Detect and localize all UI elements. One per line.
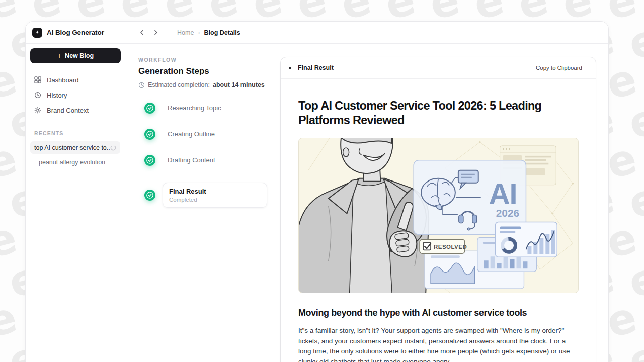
- workflow-eyebrow: WORKFLOW: [138, 57, 277, 63]
- header-divider: [169, 28, 169, 37]
- ai-illustration: AI 2026: [299, 138, 579, 293]
- estimate-value: about 14 minutes: [213, 81, 265, 88]
- section-heading: Moving beyond the hype with AI customer …: [298, 308, 579, 318]
- check-circle-icon: [144, 103, 155, 114]
- new-blog-label: New Blog: [65, 52, 94, 59]
- dashboard-icon: [34, 76, 41, 83]
- breadcrumb-current: Blog Details: [204, 29, 240, 36]
- step-researching-topic: Researching Topic: [138, 103, 277, 129]
- analytics-card: [496, 222, 557, 257]
- status-dot-icon: [289, 67, 291, 69]
- estimate-row: Estimated completion: about 14 minutes: [138, 81, 277, 88]
- step-final-result: Final Result Completed: [138, 183, 277, 208]
- clock-icon: [138, 82, 145, 88]
- nav-label: History: [47, 92, 67, 99]
- recents-heading: RECENTS: [34, 130, 125, 136]
- sidebar-nav: Dashboard History Brand Context: [26, 72, 125, 118]
- nav-label: Brand Context: [47, 107, 89, 114]
- app-window: AI Blog Generator + New Blog Dashboard: [25, 21, 609, 362]
- resolved-badge: RESOLVED: [420, 239, 467, 253]
- sidebar: AI Blog Generator + New Blog Dashboard: [26, 22, 125, 362]
- sidebar-item-dashboard[interactable]: Dashboard: [26, 72, 125, 87]
- sidebar-item-brand-context[interactable]: Brand Context: [26, 103, 125, 118]
- back-button[interactable]: [137, 28, 147, 37]
- estimate-label: Estimated completion:: [148, 81, 210, 88]
- result-panel-header: Final Result Copy to Clipboard: [281, 57, 596, 79]
- sidebar-item-history[interactable]: History: [26, 87, 125, 103]
- breadcrumb-home[interactable]: Home: [177, 29, 194, 36]
- sidebar-header: AI Blog Generator: [26, 22, 125, 44]
- year-label: 2026: [496, 207, 520, 219]
- loading-spinner-icon: [110, 145, 116, 151]
- app-title: AI Blog Generator: [47, 29, 104, 36]
- result-panel-title: Final Result: [298, 64, 334, 71]
- step-label: Creating Outline: [168, 129, 215, 140]
- nav-label: Dashboard: [47, 76, 79, 84]
- article: Top AI Customer Service Tool 2026: 5 Lea…: [281, 79, 596, 362]
- step-status: Completed: [169, 197, 261, 203]
- result-panel: Final Result Copy to Clipboard Top AI Cu…: [280, 57, 596, 362]
- new-blog-button[interactable]: + New Blog: [30, 48, 121, 63]
- step-creating-outline: Creating Outline: [138, 129, 277, 155]
- gear-icon: [34, 107, 41, 114]
- recent-item-label: top AI customer service to...: [34, 144, 110, 151]
- check-circle-icon: [144, 129, 155, 140]
- history-icon: [34, 92, 41, 99]
- recent-item[interactable]: peanut allergy evolution: [30, 156, 120, 168]
- chevron-right-icon: [153, 30, 158, 35]
- recent-item-label: peanut allergy evolution: [39, 159, 105, 166]
- check-circle-icon: [144, 190, 155, 201]
- workflow-title: Generation Steps: [138, 66, 277, 76]
- plus-icon: +: [57, 52, 61, 60]
- step-label: Drafting Content: [168, 155, 215, 166]
- top-bar: Home › Blog Details: [125, 22, 608, 44]
- chevron-left-icon: [139, 30, 145, 35]
- workflow-panel: WORKFLOW Generation Steps Estimated comp…: [138, 57, 277, 208]
- recent-item-active[interactable]: top AI customer service to...: [30, 141, 120, 154]
- app-logo: [32, 28, 42, 38]
- breadcrumb-separator: ›: [198, 29, 200, 36]
- step-label: Final Result: [169, 188, 261, 195]
- final-result-card[interactable]: Final Result Completed: [163, 183, 267, 208]
- sparkle-icon: [34, 30, 40, 36]
- article-illustration: AI 2026: [298, 138, 579, 293]
- forward-button[interactable]: [151, 28, 160, 37]
- check-circle-icon: [144, 155, 155, 166]
- brain-icon: [421, 178, 455, 207]
- steps-list: Researching Topic Creating Outline Draft…: [138, 103, 277, 208]
- resolved-label: RESOLVED: [434, 244, 467, 250]
- article-paragraph: It"s a familiar story, isn"t it? Your su…: [298, 326, 579, 362]
- copy-to-clipboard-button[interactable]: Copy to Clipboard: [536, 65, 582, 71]
- step-label: Researching Topic: [168, 103, 221, 114]
- step-drafting-content: Drafting Content: [138, 155, 277, 181]
- ai-label: AI: [489, 177, 517, 210]
- article-title: Top AI Customer Service Tool 2026: 5 Lea…: [298, 99, 580, 128]
